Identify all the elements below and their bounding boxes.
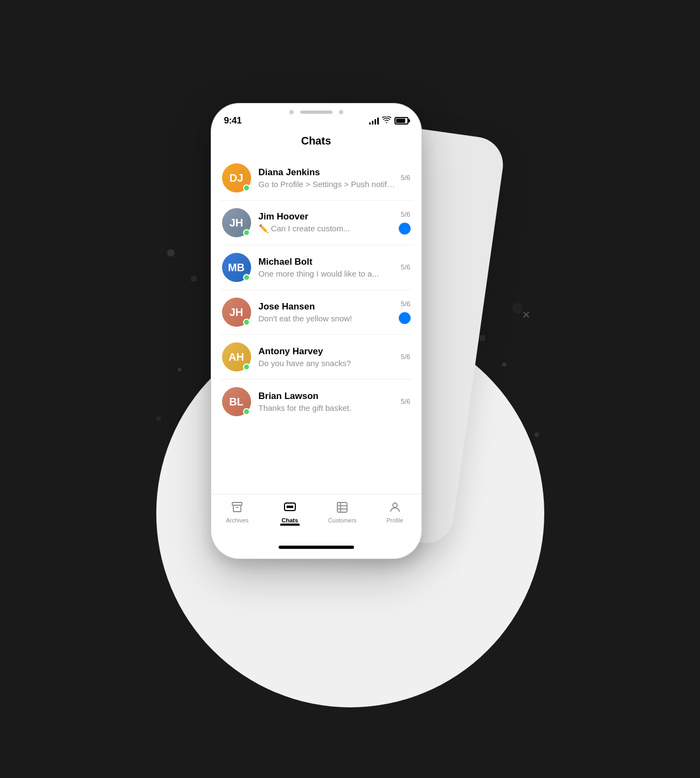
- online-indicator-diana: [243, 184, 250, 191]
- chat-name-brian: Brian Lawson: [259, 391, 397, 402]
- chats-icon: [282, 500, 297, 515]
- chat-name-diana: Diana Jenkins: [259, 167, 397, 178]
- svg-point-2: [287, 506, 288, 507]
- online-indicator-brian: [243, 408, 250, 415]
- tab-profile[interactable]: Profile: [369, 500, 421, 524]
- chat-name-jim: Jim Hoover: [259, 211, 394, 222]
- chat-preview-diana: Go to Profile > Settings > Push notifica…: [259, 180, 397, 189]
- chat-meta-michael: 5/6: [400, 263, 410, 271]
- avatar-container-antony: AH: [222, 342, 251, 371]
- scene: ✕ 9:41: [108, 39, 593, 740]
- chat-item-michael[interactable]: MB Michael Bolt One more thing I would l…: [220, 245, 413, 290]
- chat-preview-jose: Don't eat the yellow snow!: [259, 314, 394, 323]
- signal-bar-4: [377, 118, 379, 125]
- battery-icon: [394, 117, 408, 125]
- status-icons: [369, 116, 408, 125]
- tab-customers[interactable]: Customers: [316, 500, 369, 524]
- signal-bar-1: [369, 122, 371, 125]
- chat-date-jim: 5/6: [400, 210, 410, 218]
- avatar-initials-jose: JH: [230, 307, 244, 318]
- tab-archives[interactable]: Archives: [211, 500, 264, 524]
- chat-meta-antony: 5/6: [400, 353, 410, 361]
- deco-dot-5: [502, 362, 507, 367]
- chat-item-diana[interactable]: DJ Diana Jenkins Go to Profile > Setting…: [220, 156, 413, 201]
- chat-date-antony: 5/6: [400, 353, 410, 361]
- chat-meta-jose: 5/6: [399, 300, 411, 324]
- chat-date-diana: 5/6: [400, 174, 410, 182]
- online-indicator-antony: [243, 363, 250, 370]
- tab-label-profile: Profile: [386, 517, 403, 524]
- chat-content-brian: Brian Lawson Thanks for the gift basket.: [259, 391, 397, 412]
- chat-list: DJ Diana Jenkins Go to Profile > Setting…: [211, 156, 421, 494]
- avatar-initials-antony: AH: [228, 352, 244, 362]
- avatar-container-jose: JH: [222, 298, 251, 327]
- battery-fill: [396, 119, 405, 123]
- chat-meta-jim: 5/6: [399, 210, 411, 235]
- phone-frame: 9:41: [211, 104, 421, 559]
- online-indicator-jim: [243, 229, 250, 236]
- chat-meta-brian: 5/6: [400, 397, 410, 405]
- svg-point-4: [291, 506, 293, 507]
- home-indicator-container: [211, 542, 421, 559]
- avatar-initials-diana: DJ: [230, 173, 244, 183]
- chat-content-michael: Michael Bolt One more thing I would like…: [259, 257, 397, 278]
- chat-item-jose[interactable]: JH Jose Hansen Don't eat the yellow snow…: [220, 290, 413, 335]
- chat-name-jose: Jose Hansen: [259, 301, 394, 312]
- deco-dot-4: [512, 303, 523, 314]
- chat-preview-michael: One more thing I would like to a...: [259, 269, 397, 278]
- chat-content-antony: Antony Harvey Do you have any snacks?: [259, 346, 397, 368]
- signal-bar-3: [375, 119, 376, 125]
- svg-point-3: [289, 506, 290, 507]
- tab-label-customers: Customers: [328, 517, 357, 524]
- deco-dot-6: [535, 432, 539, 437]
- customers-icon: [335, 500, 350, 515]
- online-indicator-jose: [243, 319, 250, 326]
- avatar-container-michael: MB: [222, 253, 251, 282]
- chat-content-jim: Jim Hoover ✏️ Can I create custom...: [259, 211, 394, 233]
- avatar-initials-jim: JH: [230, 217, 244, 228]
- chat-preview-jim: ✏️ Can I create custom...: [259, 224, 394, 233]
- chat-date-brian: 5/6: [400, 397, 410, 405]
- tab-chats[interactable]: Chats: [264, 500, 316, 524]
- chat-preview-antony: Do you have any snacks?: [259, 359, 397, 368]
- chat-name-antony: Antony Harvey: [259, 346, 397, 357]
- svg-rect-5: [337, 502, 347, 512]
- avatar-container-diana: DJ: [222, 163, 251, 192]
- avatar-container-brian: BL: [222, 387, 251, 416]
- notch-pill: [300, 111, 332, 114]
- chat-date-michael: 5/6: [400, 263, 410, 271]
- deco-dot-3: [178, 368, 182, 371]
- chat-name-michael: Michael Bolt: [259, 257, 397, 267]
- tab-bar: Archives Chats: [211, 494, 421, 542]
- deco-square-2: [480, 335, 485, 341]
- archives-icon: [230, 500, 245, 515]
- avatar-initials-michael: MB: [228, 262, 245, 273]
- chat-item-jim[interactable]: JH Jim Hoover ✏️ Can I create custom... …: [220, 201, 413, 245]
- deco-dot-1: [167, 249, 175, 257]
- status-time: 9:41: [224, 115, 242, 126]
- tab-active-indicator: [280, 524, 300, 526]
- chat-preview-brian: Thanks for the gift basket.: [259, 403, 397, 412]
- chat-meta-diana: 5/6: [400, 174, 410, 182]
- deco-cross: ✕: [522, 308, 531, 321]
- chat-content-jose: Jose Hansen Don't eat the yellow snow!: [259, 301, 394, 323]
- notch-sensor: [339, 110, 343, 114]
- svg-rect-0: [232, 502, 242, 505]
- wifi-icon: [382, 116, 391, 125]
- unread-badge-jose: [399, 312, 411, 324]
- avatar-initials-brian: BL: [229, 396, 244, 407]
- phone-notch: [273, 104, 359, 121]
- avatar-container-jim: JH: [222, 208, 251, 237]
- pencil-emoji: ✏️: [259, 224, 269, 233]
- signal-icon: [369, 117, 379, 125]
- chat-content-diana: Diana Jenkins Go to Profile > Settings >…: [259, 167, 397, 189]
- unread-badge-jim: [399, 223, 411, 235]
- tab-label-archives: Archives: [226, 517, 248, 524]
- tab-label-chats: Chats: [281, 517, 298, 524]
- deco-square-1: [191, 276, 197, 281]
- page-title: Chats: [211, 130, 421, 156]
- chat-date-jose: 5/6: [400, 300, 410, 308]
- chat-item-antony[interactable]: AH Antony Harvey Do you have any snacks?…: [220, 335, 413, 380]
- notch-camera: [289, 110, 294, 114]
- chat-item-brian[interactable]: BL Brian Lawson Thanks for the gift bask…: [220, 380, 413, 424]
